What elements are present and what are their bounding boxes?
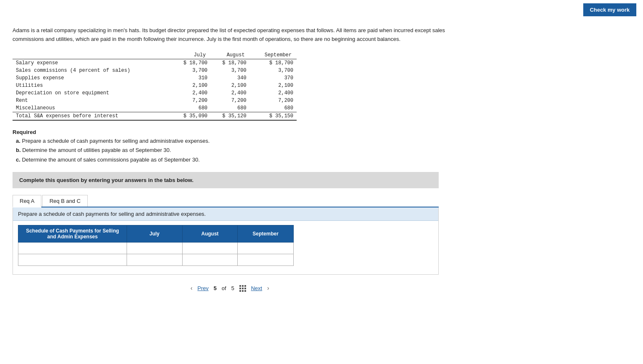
schedule-cell-august[interactable]	[182, 254, 238, 265]
required-section: Required a. Prepare a schedule of cash p…	[13, 129, 447, 164]
req-item-a: a. Prepare a schedule of cash payments f…	[16, 137, 447, 146]
req-item-c: c. Determine the amount of sales commiss…	[16, 156, 447, 164]
check-my-work-button[interactable]: Check my work	[583, 3, 636, 16]
total-row: Total S&A expenses before interest $ 35,…	[13, 112, 297, 120]
expense-table: July August September Salary expense $ 1…	[13, 51, 297, 121]
table-row: Salary expense $ 18,700 $ 18,700 $ 18,70…	[13, 59, 297, 67]
complete-box: Complete this question by entering your …	[13, 172, 439, 188]
total-pages: 5	[231, 285, 234, 291]
tab-req-b-c[interactable]: Req B and C	[42, 195, 87, 207]
schedule-cell-september[interactable]	[238, 242, 294, 254]
table-row: Supplies expense 310 340 370	[13, 74, 297, 82]
tab-req-a[interactable]: Req A	[13, 195, 41, 207]
col-august: August	[211, 51, 250, 59]
table-row: Rent 7,200 7,200 7,200	[13, 97, 297, 104]
tab-content: Prepare a schedule of cash payments for …	[13, 207, 439, 275]
table-row: Depreciation on store equipment 2,400 2,…	[13, 89, 297, 97]
schedule-row	[18, 254, 294, 265]
table-row: Miscellaneous 680 680 680	[13, 104, 297, 112]
schedule-col-september: September	[238, 225, 294, 242]
next-link[interactable]: Next	[251, 285, 262, 291]
req-text-c: Determine the amount of sales commission…	[22, 157, 200, 163]
schedule-col-header-1: Schedule of Cash Payments for Selling an…	[18, 225, 127, 242]
schedule-col-july: July	[127, 225, 183, 242]
current-page: 5	[213, 285, 216, 291]
schedule-cell-july[interactable]	[127, 242, 183, 254]
tab-description: Prepare a schedule of cash payments for …	[13, 207, 438, 221]
schedule-cell-august[interactable]	[182, 242, 238, 254]
schedule-cell-september[interactable]	[238, 254, 294, 265]
table-row: Utilities 2,100 2,100 2,100	[13, 82, 297, 89]
tabs-row: Req A Req B and C	[13, 195, 439, 207]
of-label: of	[222, 285, 226, 291]
prev-link[interactable]: Prev	[198, 285, 209, 291]
schedule-table: Schedule of Cash Payments for Selling an…	[18, 225, 294, 266]
pagination-row: ‹ Prev 5 of 5 Next ›	[13, 285, 447, 292]
schedule-col-august: August	[182, 225, 238, 242]
grid-icon[interactable]	[239, 285, 246, 292]
req-item-b: b. Determine the amount of utilities pay…	[16, 146, 447, 155]
prev-chevron: ‹	[191, 285, 193, 291]
schedule-cell[interactable]	[18, 254, 127, 265]
schedule-row	[18, 242, 294, 254]
req-letter-a: a.	[16, 138, 20, 144]
col-september: September	[250, 51, 297, 59]
schedule-cell[interactable]	[18, 242, 127, 254]
next-chevron: ›	[267, 285, 269, 291]
schedule-cell-july[interactable]	[127, 254, 183, 265]
schedule-table-wrapper: Schedule of Cash Payments for Selling an…	[13, 221, 438, 274]
col-july: July	[172, 51, 211, 59]
req-text-a: Prepare a schedule of cash payments for …	[22, 138, 209, 144]
req-text-b: Determine the amount of utilities payabl…	[22, 147, 171, 153]
intro-text: Adams is a retail company specializing i…	[13, 26, 447, 44]
required-title: Required	[13, 129, 447, 135]
table-row: Sales commissions (4 percent of sales) 3…	[13, 67, 297, 74]
req-letter-c: c.	[16, 157, 20, 163]
req-letter-b: b.	[16, 147, 21, 153]
